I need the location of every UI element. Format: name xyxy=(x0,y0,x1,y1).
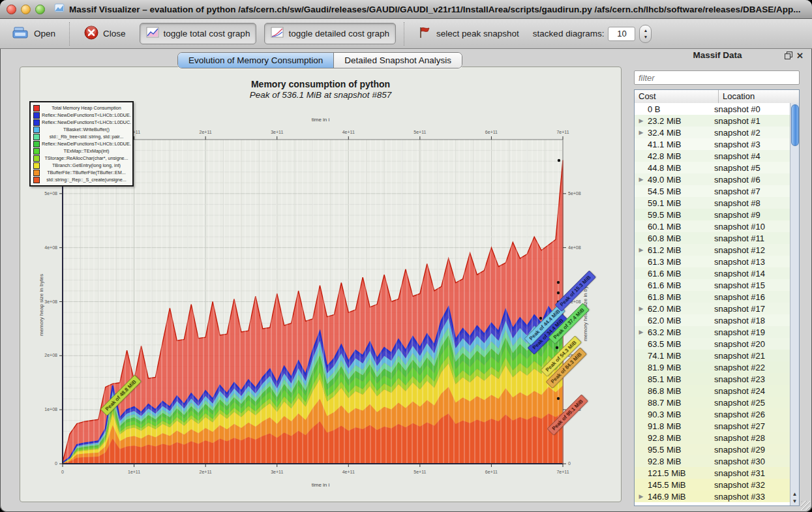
table-row[interactable]: 121.5 MiBsnapshot #31 xyxy=(635,467,790,479)
table-rows: 0 Bsnapshot #0▶23.2 MiBsnapshot #1▶32.4 … xyxy=(635,103,790,505)
row-location: snapshot #28 xyxy=(714,433,790,443)
massif-data-dock: Massif Data ✕ Cost Location 0 Bsnapshot … xyxy=(627,48,807,509)
table-row[interactable]: 54.5 MiBsnapshot #7 xyxy=(635,185,790,197)
row-location: snapshot #32 xyxy=(714,480,790,490)
svg-text:4e+11: 4e+11 xyxy=(342,130,355,134)
row-cost: 59.5 MiB xyxy=(648,210,714,220)
expander-icon[interactable]: ▶ xyxy=(635,117,648,124)
legend-label: Reflex::NewDelFunctionsT<LHCb::L0DUE... xyxy=(42,141,131,147)
table-row[interactable]: 41.1 MiBsnapshot #3 xyxy=(635,138,790,150)
table-row[interactable]: ▶49.0 MiBsnapshot #6 xyxy=(635,173,790,185)
table-row[interactable]: 92.8 MiBsnapshot #28 xyxy=(635,432,790,444)
stacked-diagrams-stepper[interactable]: ▲ ▼ xyxy=(639,25,652,43)
window-zoom-button[interactable] xyxy=(35,5,45,14)
table-row[interactable]: 86.8 MiBsnapshot #24 xyxy=(635,385,790,397)
table-row[interactable]: ▶146.9 MiBsnapshot #33 xyxy=(635,490,790,502)
row-cost: 54.5 MiB xyxy=(648,187,714,196)
tab-detailed-analysis[interactable]: Detailed Snapshot Analysis xyxy=(333,53,462,68)
table-row[interactable]: 81.9 MiBsnapshot #22 xyxy=(635,361,790,373)
row-location: snapshot #26 xyxy=(714,410,790,419)
close-button[interactable]: Close xyxy=(78,22,132,45)
table-row[interactable]: 61.3 MiBsnapshot #13 xyxy=(635,256,790,267)
table-row[interactable]: 0 Bsnapshot #0 xyxy=(635,103,790,115)
dock-close-icon[interactable]: ✕ xyxy=(796,52,804,61)
scroll-down-icon[interactable]: ▼ xyxy=(792,498,798,504)
table-row[interactable]: 74.1 MiBsnapshot #21 xyxy=(635,350,790,361)
svg-text:0: 0 xyxy=(568,461,571,466)
row-location: snapshot #25 xyxy=(714,398,790,408)
row-location: snapshot #11 xyxy=(714,233,790,243)
expander-icon[interactable]: ▶ xyxy=(635,329,648,335)
table-row[interactable]: ▶61.2 MiBsnapshot #12 xyxy=(635,244,790,256)
table-row[interactable]: 88.7 MiBsnapshot #25 xyxy=(635,397,790,408)
table-row[interactable]: 62.0 MiBsnapshot #18 xyxy=(635,314,790,326)
row-cost: 63.2 MiB xyxy=(648,327,714,337)
scrollbar-thumb[interactable] xyxy=(791,104,799,146)
dock-float-icon[interactable] xyxy=(785,50,792,62)
window-minimize-button[interactable] xyxy=(21,5,31,14)
toggle-total-cost-button[interactable]: toggle total cost graph xyxy=(140,23,257,44)
table-row[interactable]: 85.1 MiBsnapshot #23 xyxy=(635,373,790,385)
table-row[interactable]: 42.8 MiBsnapshot #4 xyxy=(635,150,790,162)
legend-item: Reflex::NewDelFunctionsT<LHCb::L0DUE... xyxy=(32,140,131,147)
svg-text:6e+11: 6e+11 xyxy=(485,130,498,134)
table-row[interactable]: 63.5 MiBsnapshot #20 xyxy=(635,338,790,350)
row-location: snapshot #27 xyxy=(714,421,790,431)
table-row[interactable]: 95.5 MiBsnapshot #29 xyxy=(635,444,790,455)
table-row[interactable]: 60.1 MiBsnapshot #10 xyxy=(635,220,790,232)
table-row[interactable]: 145.5 MiBsnapshot #32 xyxy=(635,479,790,490)
row-cost: 23.2 MiB xyxy=(648,116,714,126)
column-header-cost[interactable]: Cost xyxy=(635,90,719,103)
row-location: snapshot #10 xyxy=(714,222,790,232)
table-row[interactable]: 59.1 MiBsnapshot #8 xyxy=(635,197,790,209)
svg-text:3e+11: 3e+11 xyxy=(271,130,283,134)
row-cost: 60.8 MiB xyxy=(648,233,714,243)
row-cost: 88.7 MiB xyxy=(648,398,714,408)
svg-text:2e+08: 2e+08 xyxy=(44,353,57,357)
expander-icon[interactable]: ▶ xyxy=(635,129,648,136)
table-row[interactable]: 92.8 MiBsnapshot #30 xyxy=(635,455,790,467)
row-location: snapshot #2 xyxy=(714,128,790,138)
toggle-detailed-cost-button[interactable]: toggle detailed cost graph xyxy=(264,23,396,44)
open-button-label: Open xyxy=(34,29,55,38)
select-peak-snapshot-label: select peak snapshot xyxy=(436,29,519,38)
table-row[interactable]: ▶63.2 MiBsnapshot #19 xyxy=(635,326,790,338)
row-cost: 121.5 MiB xyxy=(648,468,714,478)
x-axis-label-bottom: time in i xyxy=(20,482,621,488)
expander-icon[interactable]: ▶ xyxy=(635,176,648,183)
expander-icon[interactable]: ▶ xyxy=(635,247,648,253)
legend-item: Reflex::NewDelFunctionsT<LHCb::L0DUC... xyxy=(32,119,131,126)
table-row[interactable]: 91.8 MiBsnapshot #27 xyxy=(635,420,790,432)
table-row[interactable]: ▶32.4 MiBsnapshot #2 xyxy=(635,127,790,138)
expander-icon[interactable]: ▶ xyxy=(635,305,648,312)
stepper-up-icon[interactable]: ▲ xyxy=(644,27,648,33)
row-cost: 61.2 MiB xyxy=(648,245,714,255)
row-location: snapshot #23 xyxy=(714,374,790,384)
stacked-diagrams-input[interactable]: 10 xyxy=(608,27,635,41)
row-cost: 63.5 MiB xyxy=(648,339,714,349)
filter-input[interactable] xyxy=(634,70,800,85)
row-location: snapshot #29 xyxy=(714,445,790,455)
total-cost-graph-icon xyxy=(146,27,159,40)
toggle-detailed-cost-label: toggle detailed cost graph xyxy=(288,29,389,38)
select-peak-snapshot-button[interactable]: select peak snapshot xyxy=(413,23,525,44)
row-cost: 81.9 MiB xyxy=(648,363,714,372)
svg-text:5e+11: 5e+11 xyxy=(414,130,426,134)
open-button[interactable]: Open xyxy=(7,23,61,44)
stepper-down-icon[interactable]: ▼ xyxy=(644,34,648,40)
table-row[interactable]: 60.8 MiBsnapshot #11 xyxy=(635,232,790,244)
table-scrollbar[interactable]: ▲ ▼ xyxy=(790,103,799,505)
table-row[interactable]: 61.6 MiBsnapshot #14 xyxy=(635,267,790,279)
table-row[interactable]: ▶23.2 MiBsnapshot #1 xyxy=(635,115,790,127)
table-row[interactable]: 61.8 MiBsnapshot #16 xyxy=(635,291,790,303)
table-row[interactable]: 90.3 MiBsnapshot #26 xyxy=(635,408,790,420)
tab-evolution[interactable]: Evolution of Memory Consumption xyxy=(178,53,333,68)
window-close-button[interactable] xyxy=(7,5,16,14)
table-row[interactable]: 44.8 MiBsnapshot #5 xyxy=(635,162,790,173)
expander-icon[interactable]: ▶ xyxy=(635,493,648,500)
column-header-location[interactable]: Location xyxy=(719,90,799,103)
table-row[interactable]: 61.6 MiBsnapshot #15 xyxy=(635,279,790,291)
table-row[interactable]: ▶62.0 MiBsnapshot #17 xyxy=(635,303,790,314)
table-row[interactable]: 59.5 MiBsnapshot #9 xyxy=(635,209,790,220)
scroll-up-icon[interactable]: ▲ xyxy=(792,491,798,497)
